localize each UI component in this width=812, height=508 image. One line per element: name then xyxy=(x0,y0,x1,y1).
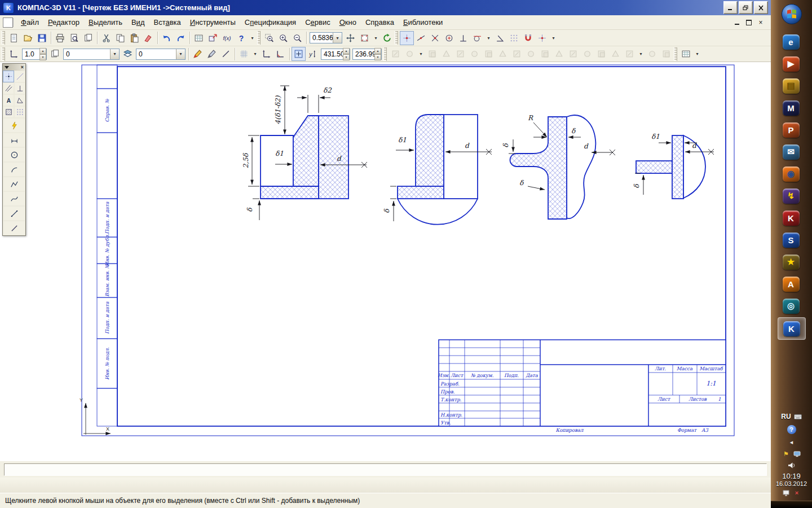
snap-nearest-button[interactable] xyxy=(414,31,428,45)
taskbar-firefox[interactable]: ◉ xyxy=(778,163,805,185)
redo-button[interactable] xyxy=(174,31,188,45)
taskbar-globe-app[interactable]: ◎ xyxy=(778,295,805,317)
toolbar-grip[interactable] xyxy=(383,47,387,61)
view-state-combo-dropdown[interactable]: ▾ xyxy=(110,49,119,59)
taskbar-save-app[interactable]: S xyxy=(778,229,805,251)
current-layer-combo-dropdown[interactable]: ▾ xyxy=(176,49,185,59)
local-csys-button[interactable] xyxy=(259,47,273,61)
snap-center-button[interactable] xyxy=(442,31,456,45)
open-document-button[interactable] xyxy=(21,31,35,45)
coordinate-icon-button[interactable]: y xyxy=(306,47,320,61)
restore-button[interactable] xyxy=(739,1,753,14)
menu-insert[interactable]: Вставка xyxy=(149,16,185,28)
cut-button[interactable] xyxy=(99,31,113,45)
monitor-tray-icon[interactable] xyxy=(793,450,801,457)
minimize-button[interactable] xyxy=(723,1,738,14)
menu-instruments[interactable]: Инструменты xyxy=(186,16,240,28)
coordinate-y-field-spinner[interactable]: ▲▼ xyxy=(374,48,381,60)
zoom-combo[interactable]: 0.5836▾ xyxy=(310,32,342,43)
print-preview-button[interactable] xyxy=(67,31,81,45)
coordinate-y-field[interactable]: 236.99▲▼ xyxy=(352,49,382,60)
snap-intersection-button[interactable] xyxy=(428,31,442,45)
tool-auxiliary-line[interactable] xyxy=(14,71,25,82)
grid-button[interactable] xyxy=(237,47,251,61)
current-layer-combo[interactable]: 0▾ xyxy=(136,49,186,60)
language-indicator[interactable]: RU xyxy=(781,413,791,421)
drawing-canvas[interactable]: Справ. № Подп. и дата Инв. № дубл. Взам.… xyxy=(0,62,771,461)
coordinate-x-field-spinner[interactable]: ▲▼ xyxy=(343,48,350,60)
snap-settings-button[interactable] xyxy=(535,31,549,45)
copy-button[interactable] xyxy=(113,31,127,45)
speaker-icon[interactable] xyxy=(788,462,796,468)
fit-document-button[interactable] xyxy=(358,31,372,45)
flag-tray-icon[interactable]: ⚑ xyxy=(782,450,790,457)
tool-extra-dropdown[interactable]: ▾ xyxy=(637,47,645,61)
edit-pencil-button[interactable] xyxy=(205,47,219,61)
tool-polyline[interactable] xyxy=(3,177,25,191)
notification-x-icon[interactable]: × xyxy=(793,489,801,496)
drawing-sheet[interactable]: Справ. № Подп. и дата Инв. № дубл. Взам.… xyxy=(0,62,771,461)
property-bar-field[interactable] xyxy=(4,463,767,476)
zoom-out-button[interactable] xyxy=(290,31,304,45)
variables-button[interactable]: f(x) xyxy=(220,31,234,45)
snap-dropdown[interactable]: ▾ xyxy=(484,31,493,45)
taskbar-star-app[interactable]: ★ xyxy=(778,251,805,273)
macro-library-button[interactable] xyxy=(679,47,693,61)
tool-hatch[interactable] xyxy=(3,106,14,118)
line-style-button[interactable] xyxy=(219,47,233,61)
undo-button[interactable] xyxy=(160,31,174,45)
paste-button[interactable] xyxy=(127,31,142,45)
menu-editor[interactable]: Редактор xyxy=(43,16,84,28)
pan-view-button[interactable] xyxy=(343,31,358,45)
print-button[interactable] xyxy=(53,31,67,45)
coordinate-x-field[interactable]: 431.50▲▼ xyxy=(321,49,350,60)
copy-properties-button[interactable] xyxy=(142,31,156,45)
presentation-tray-icon[interactable] xyxy=(782,489,790,496)
tool-bezier[interactable] xyxy=(3,191,25,206)
snap-angle-button[interactable] xyxy=(493,31,507,45)
fit-dropdown[interactable]: ▾ xyxy=(372,31,380,45)
move-view-button[interactable] xyxy=(7,47,21,61)
child-document-icon[interactable] xyxy=(3,17,13,28)
start-button[interactable] xyxy=(781,3,802,27)
tool-point[interactable] xyxy=(3,71,14,82)
menu-service[interactable]: Сервис xyxy=(301,16,335,28)
tool-perpendicular-line[interactable] xyxy=(14,82,25,94)
menu-view[interactable]: Вид xyxy=(127,16,149,28)
tool-text[interactable]: A xyxy=(3,94,14,106)
document-properties-button[interactable] xyxy=(81,31,95,45)
current-step-combo[interactable]: 1.0▲▼ xyxy=(22,49,47,60)
tool-panel-header[interactable]: × xyxy=(3,64,25,71)
child-close-button[interactable]: × xyxy=(757,19,765,26)
show-hidden-icons-arrow[interactable]: ◂ xyxy=(790,439,793,446)
tool-snap-grid[interactable] xyxy=(14,106,25,118)
taskbar-explorer[interactable]: ▤ xyxy=(778,75,805,97)
menu-file[interactable]: Файл xyxy=(16,16,43,28)
macro-library-dropdown[interactable]: ▾ xyxy=(693,47,701,61)
magnet-button[interactable] xyxy=(521,31,535,45)
zoom-in-button[interactable] xyxy=(276,31,290,45)
new-document-button[interactable] xyxy=(7,31,21,45)
taskbar-a-app[interactable]: A xyxy=(778,273,805,295)
panel-collapse-icon[interactable] xyxy=(5,66,9,69)
show-desktop-button[interactable] xyxy=(771,501,812,508)
menu-select[interactable]: Выделить xyxy=(84,16,127,28)
menu-window[interactable]: Окно xyxy=(335,16,361,28)
taskbar-ie[interactable]: e xyxy=(778,31,805,52)
snap-settings-dropdown[interactable]: ▾ xyxy=(549,31,558,45)
tool-fast-geometry[interactable] xyxy=(3,118,25,133)
taskbar-mail-app[interactable]: ✉ xyxy=(778,141,805,163)
taskbar-lightning-app[interactable]: ↯ xyxy=(778,185,805,207)
taskbar-k-app[interactable]: K xyxy=(778,207,805,229)
snap-point-button[interactable] xyxy=(400,31,414,45)
snap-toggle-button[interactable] xyxy=(292,47,306,61)
taskbar-clock[interactable]: 10:19 16.03.2012 xyxy=(776,472,807,487)
tool-segment[interactable] xyxy=(3,206,25,221)
tool-arc[interactable] xyxy=(3,162,25,177)
launch-library-button[interactable] xyxy=(206,31,220,45)
snap-perpendicular-button[interactable] xyxy=(456,31,470,45)
child-restore-button[interactable] xyxy=(745,19,753,26)
toolbar-grip[interactable] xyxy=(674,47,677,61)
menu-specification[interactable]: Спецификация xyxy=(240,16,301,28)
close-button[interactable] xyxy=(754,1,768,14)
